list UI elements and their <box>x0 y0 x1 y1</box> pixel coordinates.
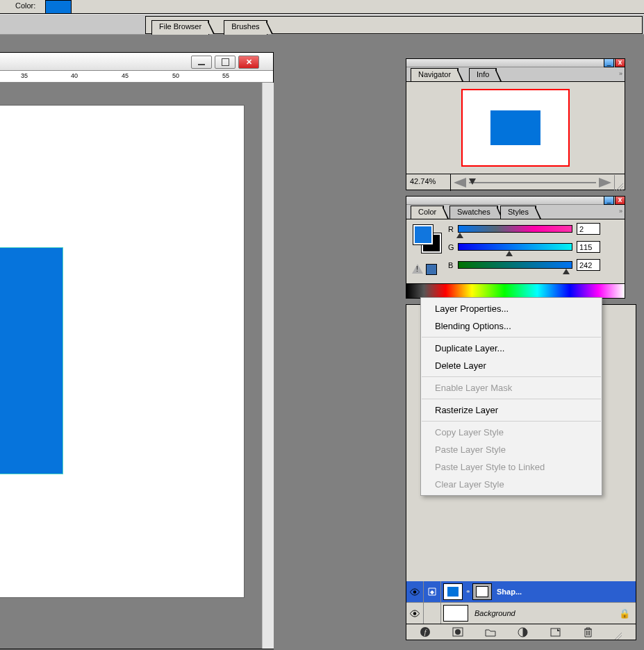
menu-item: Paste Layer Style <box>421 441 602 458</box>
layer-name[interactable]: Background <box>470 609 515 617</box>
doc-maximize-button[interactable] <box>215 56 236 69</box>
options-color-swatch[interactable] <box>45 0 72 14</box>
well-tab-brushes[interactable]: Brushes <box>224 20 267 35</box>
zoom-in-icon[interactable] <box>599 178 611 188</box>
tab-color[interactable]: Color <box>411 206 444 219</box>
color-palette: _ x Color Swatches Styles » RGB <box>406 196 625 299</box>
tab-styles[interactable]: Styles <box>500 206 536 219</box>
zoom-slider[interactable] <box>469 182 596 183</box>
palette-close-button[interactable]: x <box>615 58 625 67</box>
menu-item[interactable]: Rasterize Layer <box>421 401 602 419</box>
menu-item[interactable]: Delete Layer <box>421 357 602 374</box>
channel-label: R <box>448 225 458 233</box>
doc-vertical-scrollbar[interactable] <box>262 83 274 649</box>
palette-tabrow: Navigator Info » <box>406 67 625 82</box>
menu-item[interactable]: Blending Options... <box>421 317 602 335</box>
new-layer-icon[interactable] <box>549 626 563 638</box>
palette-titlebar[interactable]: _ x <box>406 197 625 205</box>
palette-minimize-button[interactable]: _ <box>604 58 614 67</box>
menu-item[interactable]: Duplicate Layer... <box>421 340 602 357</box>
gamut-warning-swatch[interactable] <box>426 264 437 275</box>
well-tab-file-browser[interactable]: File Browser <box>151 20 209 35</box>
link-cell[interactable] <box>424 581 441 602</box>
document-canvas[interactable] <box>0 105 245 598</box>
palette-menu-icon[interactable]: » <box>619 208 622 215</box>
channel-b: B <box>448 258 600 272</box>
layer-set-icon[interactable] <box>484 626 497 638</box>
shape-rectangle[interactable] <box>0 248 63 474</box>
channel-value-input[interactable] <box>577 259 600 271</box>
color-body: RGB <box>406 219 625 228</box>
zoom-out-icon[interactable] <box>454 178 466 188</box>
tab-label: Info <box>477 70 489 78</box>
layers-footer: f <box>406 624 636 640</box>
canvas-viewport <box>0 83 274 649</box>
layer-mask-thumbnail[interactable] <box>472 583 492 600</box>
tab-swatches[interactable]: Swatches <box>449 206 498 219</box>
ruler-mark: 45 <box>122 72 129 79</box>
menu-item: Clear Layer Style <box>421 476 602 493</box>
color-ramp[interactable] <box>406 283 625 298</box>
menu-separator <box>422 399 601 399</box>
channel-slider[interactable] <box>458 243 572 251</box>
color-label: Color: <box>15 1 35 10</box>
layer-thumbnail[interactable] <box>443 605 468 622</box>
adjustment-layer-icon[interactable] <box>516 626 530 638</box>
ruler-mark: 35 <box>21 72 28 79</box>
well-tab-label: File Browser <box>159 22 201 31</box>
layer-style-icon[interactable]: f <box>418 626 432 638</box>
menu-separator <box>422 337 601 338</box>
menu-item[interactable]: Layer Properties... <box>421 300 602 317</box>
visibility-toggle[interactable] <box>406 581 424 602</box>
palette-well-box: File Browser Brushes <box>145 16 643 34</box>
navigator-thumbnail <box>463 90 568 165</box>
navigator-footer: 42.74% <box>406 174 625 191</box>
svg-point-8 <box>455 629 461 635</box>
channel-label: B <box>448 261 458 269</box>
channel-value-input[interactable] <box>577 223 600 235</box>
menu-item: Paste Layer Style to Linked <box>421 458 602 476</box>
layer-context-menu: Layer Properties...Blending Options...Du… <box>420 297 602 496</box>
navigator-palette: _ x Navigator Info » 42.74% <box>406 58 625 190</box>
visibility-toggle[interactable] <box>406 603 424 624</box>
doc-close-button[interactable]: ✕ <box>238 56 259 69</box>
channel-slider-handle[interactable] <box>563 269 570 274</box>
channel-slider[interactable] <box>458 225 572 233</box>
gamut-warning-icon[interactable] <box>412 264 423 274</box>
layer-mask-icon[interactable] <box>451 626 465 638</box>
delete-layer-icon[interactable] <box>581 626 595 638</box>
menu-separator <box>422 376 601 377</box>
palette-minimize-button[interactable]: _ <box>604 196 614 205</box>
channel-value-input[interactable] <box>577 241 600 253</box>
navigator-preview[interactable] <box>406 82 625 174</box>
ruler-mark: 55 <box>222 72 229 79</box>
well-tab-label: Brushes <box>231 22 259 31</box>
channel-slider[interactable] <box>458 261 572 269</box>
channel-g: G <box>448 240 600 253</box>
doc-minimize-button[interactable] <box>191 56 212 69</box>
tab-navigator[interactable]: Navigator <box>411 68 459 81</box>
palette-tabrow: Color Swatches Styles » <box>406 205 625 219</box>
svg-point-4 <box>413 612 417 615</box>
layer-thumbnail[interactable] <box>443 583 463 600</box>
layer-name[interactable]: Shap... <box>493 588 522 596</box>
tab-info[interactable]: Info <box>469 68 497 81</box>
zoom-slider-handle[interactable] <box>469 178 476 185</box>
channel-slider-handle[interactable] <box>506 251 513 256</box>
palette-close-button[interactable]: x <box>615 196 625 205</box>
svg-rect-10 <box>551 628 560 636</box>
layer-row[interactable]: ⚭Shap... <box>406 581 636 603</box>
options-bar <box>0 0 644 14</box>
zoom-percent-input[interactable]: 42.74% <box>406 174 451 191</box>
channel-slider-handle[interactable] <box>456 233 463 238</box>
palette-resize-grip[interactable] <box>614 175 625 190</box>
layer-row[interactable]: Background🔒 <box>406 603 636 624</box>
link-cell[interactable] <box>424 603 441 624</box>
palette-resize-grip[interactable] <box>613 624 623 640</box>
palette-menu-icon[interactable]: » <box>619 70 622 77</box>
palette-titlebar[interactable]: _ x <box>406 59 625 67</box>
link-icon[interactable]: ⚭ <box>465 588 472 595</box>
foreground-color-swatch[interactable] <box>413 225 433 244</box>
channel-label: G <box>448 243 458 251</box>
ruler-mark: 40 <box>71 72 78 79</box>
